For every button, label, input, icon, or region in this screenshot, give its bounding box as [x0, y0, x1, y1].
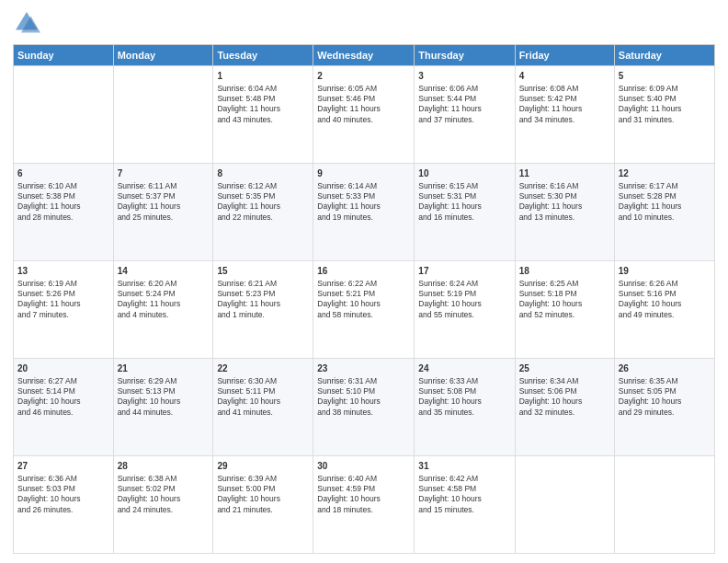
day-info: Sunrise: 6:22 AMSunset: 5:21 PMDaylight:…: [317, 279, 410, 321]
day-number: 3: [418, 70, 510, 83]
day-number: 17: [418, 265, 510, 278]
calendar-cell: 25Sunrise: 6:34 AMSunset: 5:06 PMDayligh…: [515, 359, 614, 456]
calendar-cell: 5Sunrise: 6:09 AMSunset: 5:40 PMDaylight…: [614, 66, 714, 164]
day-number: 11: [519, 167, 610, 180]
calendar-cell: 29Sunrise: 6:39 AMSunset: 5:00 PMDayligh…: [213, 456, 313, 554]
day-info: Sunrise: 6:09 AMSunset: 5:40 PMDaylight:…: [619, 84, 711, 126]
page-container: SundayMondayTuesdayWednesdayThursdayFrid…: [0, 0, 728, 563]
day-info: Sunrise: 6:06 AMSunset: 5:44 PMDaylight:…: [418, 84, 510, 126]
calendar-cell: 19Sunrise: 6:26 AMSunset: 5:16 PMDayligh…: [614, 261, 714, 359]
calendar-cell: 9Sunrise: 6:14 AMSunset: 5:33 PMDaylight…: [313, 164, 415, 261]
header: [13, 9, 715, 37]
day-info: Sunrise: 6:21 AMSunset: 5:23 PMDaylight:…: [217, 279, 309, 321]
day-number: 14: [118, 265, 210, 278]
day-number: 2: [317, 70, 410, 83]
day-number: 21: [118, 362, 210, 375]
day-info: Sunrise: 6:16 AMSunset: 5:30 PMDaylight:…: [519, 181, 610, 224]
day-number: 26: [619, 362, 711, 375]
day-info: Sunrise: 6:31 AMSunset: 5:10 PMDaylight:…: [317, 376, 410, 419]
logo: [13, 9, 44, 37]
day-number: 24: [418, 362, 510, 375]
day-info: Sunrise: 6:26 AMSunset: 5:16 PMDaylight:…: [619, 279, 711, 321]
day-number: 6: [17, 167, 109, 180]
calendar-header-saturday: Saturday: [614, 45, 714, 66]
calendar-cell: 27Sunrise: 6:36 AMSunset: 5:03 PMDayligh…: [14, 456, 114, 554]
calendar-header-thursday: Thursday: [415, 45, 515, 66]
day-info: Sunrise: 6:27 AMSunset: 5:14 PMDaylight:…: [17, 376, 109, 419]
calendar-table: SundayMondayTuesdayWednesdayThursdayFrid…: [13, 44, 715, 554]
day-number: 12: [619, 167, 711, 180]
calendar-cell: 26Sunrise: 6:35 AMSunset: 5:05 PMDayligh…: [614, 359, 714, 456]
day-info: Sunrise: 6:25 AMSunset: 5:18 PMDaylight:…: [519, 279, 610, 321]
day-info: Sunrise: 6:30 AMSunset: 5:11 PMDaylight:…: [217, 376, 309, 419]
calendar-cell: [113, 66, 213, 164]
day-info: Sunrise: 6:40 AMSunset: 4:59 PMDaylight:…: [317, 474, 410, 516]
day-number: 27: [17, 460, 109, 473]
calendar-header-sunday: Sunday: [14, 45, 114, 66]
calendar-cell: 23Sunrise: 6:31 AMSunset: 5:10 PMDayligh…: [313, 359, 415, 456]
calendar-cell: 15Sunrise: 6:21 AMSunset: 5:23 PMDayligh…: [213, 261, 313, 359]
calendar-cell: 7Sunrise: 6:11 AMSunset: 5:37 PMDaylight…: [113, 164, 213, 261]
day-info: Sunrise: 6:34 AMSunset: 5:06 PMDaylight:…: [519, 376, 610, 419]
calendar-week-4: 27Sunrise: 6:36 AMSunset: 5:03 PMDayligh…: [14, 456, 715, 554]
day-info: Sunrise: 6:39 AMSunset: 5:00 PMDaylight:…: [217, 474, 309, 516]
day-number: 4: [519, 70, 610, 83]
calendar-cell: 30Sunrise: 6:40 AMSunset: 4:59 PMDayligh…: [313, 456, 415, 554]
logo-icon: [13, 9, 40, 37]
day-info: Sunrise: 6:33 AMSunset: 5:08 PMDaylight:…: [418, 376, 510, 419]
day-number: 7: [118, 167, 210, 180]
calendar-cell: 1Sunrise: 6:04 AMSunset: 5:48 PMDaylight…: [213, 66, 313, 164]
calendar-cell: 17Sunrise: 6:24 AMSunset: 5:19 PMDayligh…: [415, 261, 515, 359]
calendar-header-row: SundayMondayTuesdayWednesdayThursdayFrid…: [14, 45, 715, 66]
calendar-header-wednesday: Wednesday: [313, 45, 415, 66]
calendar-cell: 11Sunrise: 6:16 AMSunset: 5:30 PMDayligh…: [515, 164, 614, 261]
day-number: 1: [217, 70, 309, 83]
calendar-week-1: 6Sunrise: 6:10 AMSunset: 5:38 PMDaylight…: [14, 164, 715, 261]
calendar-cell: 31Sunrise: 6:42 AMSunset: 4:58 PMDayligh…: [415, 456, 515, 554]
day-number: 23: [317, 362, 410, 375]
day-number: 5: [619, 70, 711, 83]
calendar-cell: 18Sunrise: 6:25 AMSunset: 5:18 PMDayligh…: [515, 261, 614, 359]
day-info: Sunrise: 6:36 AMSunset: 5:03 PMDaylight:…: [17, 474, 109, 516]
calendar-cell: 21Sunrise: 6:29 AMSunset: 5:13 PMDayligh…: [113, 359, 213, 456]
calendar-cell: 20Sunrise: 6:27 AMSunset: 5:14 PMDayligh…: [14, 359, 114, 456]
calendar-cell: [14, 66, 114, 164]
calendar-week-2: 13Sunrise: 6:19 AMSunset: 5:26 PMDayligh…: [14, 261, 715, 359]
day-number: 22: [217, 362, 309, 375]
calendar-cell: 28Sunrise: 6:38 AMSunset: 5:02 PMDayligh…: [113, 456, 213, 554]
day-number: 16: [317, 265, 410, 278]
day-number: 18: [519, 265, 610, 278]
day-info: Sunrise: 6:12 AMSunset: 5:35 PMDaylight:…: [217, 181, 309, 224]
day-info: Sunrise: 6:19 AMSunset: 5:26 PMDaylight:…: [17, 279, 109, 321]
day-number: 20: [17, 362, 109, 375]
day-info: Sunrise: 6:24 AMSunset: 5:19 PMDaylight:…: [418, 279, 510, 321]
calendar-cell: 14Sunrise: 6:20 AMSunset: 5:24 PMDayligh…: [113, 261, 213, 359]
calendar-cell: [614, 456, 714, 554]
calendar-cell: 2Sunrise: 6:05 AMSunset: 5:46 PMDaylight…: [313, 66, 415, 164]
calendar-cell: 13Sunrise: 6:19 AMSunset: 5:26 PMDayligh…: [14, 261, 114, 359]
calendar-header-monday: Monday: [113, 45, 213, 66]
day-number: 25: [519, 362, 610, 375]
calendar-header-tuesday: Tuesday: [213, 45, 313, 66]
day-info: Sunrise: 6:10 AMSunset: 5:38 PMDaylight:…: [17, 181, 109, 224]
day-info: Sunrise: 6:38 AMSunset: 5:02 PMDaylight:…: [118, 474, 210, 516]
day-number: 8: [217, 167, 309, 180]
day-info: Sunrise: 6:04 AMSunset: 5:48 PMDaylight:…: [217, 84, 309, 126]
day-info: Sunrise: 6:35 AMSunset: 5:05 PMDaylight:…: [619, 376, 711, 419]
day-info: Sunrise: 6:14 AMSunset: 5:33 PMDaylight:…: [317, 181, 410, 224]
day-info: Sunrise: 6:17 AMSunset: 5:28 PMDaylight:…: [619, 181, 711, 224]
day-number: 29: [217, 460, 309, 473]
calendar-cell: 4Sunrise: 6:08 AMSunset: 5:42 PMDaylight…: [515, 66, 614, 164]
day-info: Sunrise: 6:20 AMSunset: 5:24 PMDaylight:…: [118, 279, 210, 321]
day-number: 31: [418, 460, 510, 473]
calendar-header-friday: Friday: [515, 45, 614, 66]
calendar-cell: [515, 456, 614, 554]
calendar-week-3: 20Sunrise: 6:27 AMSunset: 5:14 PMDayligh…: [14, 359, 715, 456]
day-info: Sunrise: 6:42 AMSunset: 4:58 PMDaylight:…: [418, 474, 510, 516]
day-number: 9: [317, 167, 410, 180]
day-number: 30: [317, 460, 410, 473]
calendar-cell: 24Sunrise: 6:33 AMSunset: 5:08 PMDayligh…: [415, 359, 515, 456]
day-number: 10: [418, 167, 510, 180]
day-info: Sunrise: 6:29 AMSunset: 5:13 PMDaylight:…: [118, 376, 210, 419]
day-number: 19: [619, 265, 711, 278]
